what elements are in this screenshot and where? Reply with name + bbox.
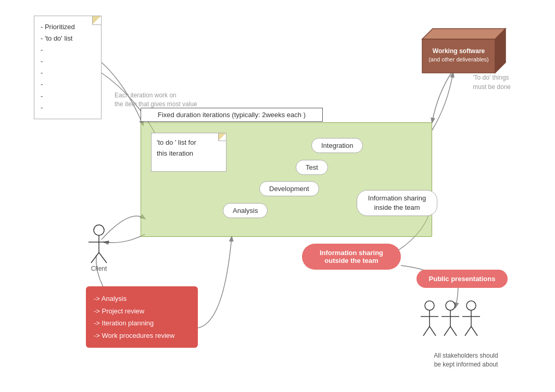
fixed-duration-label: Fixed duration iterations (typically: 2w… xyxy=(158,111,306,119)
svg-text:(and other deliverables): (and other deliverables) xyxy=(428,56,489,62)
priority-box: - Prioritized - 'to do' list - - - - - - xyxy=(34,16,102,119)
working-software-svg: Working software (and other deliverables… xyxy=(412,23,516,81)
svg-text:Client: Client xyxy=(91,265,107,271)
red-box-line1: -> Analysis xyxy=(94,293,190,305)
info-sharing-inside-pill: Information sharinginside the team xyxy=(357,190,437,216)
svg-line-20 xyxy=(450,326,457,336)
svg-line-8 xyxy=(91,252,99,263)
meetings-red-box: -> Analysis -> Project review -> Iterati… xyxy=(86,286,198,348)
svg-point-16 xyxy=(446,301,455,310)
svg-point-11 xyxy=(425,301,434,310)
fixed-duration-box: Fixed duration iterations (typically: 2w… xyxy=(141,108,323,122)
todo-must-done-label: 'To do' thingsmust be done xyxy=(473,73,511,92)
priority-line8: - xyxy=(41,104,43,111)
svg-point-5 xyxy=(94,225,104,235)
info-sharing-outside-pill: Information sharingoutside the team xyxy=(302,244,401,270)
client-stick-figure: Client xyxy=(83,224,115,271)
test-pill: Test xyxy=(296,160,328,175)
red-box-line2: -> Project review xyxy=(94,305,190,317)
development-pill: Development xyxy=(259,181,319,196)
red-box-line3: -> Iteration planning xyxy=(94,317,190,329)
priority-line1: - Prioritized xyxy=(41,23,75,31)
svg-line-19 xyxy=(444,326,450,336)
priority-line4: - xyxy=(41,57,43,65)
svg-line-14 xyxy=(423,326,430,336)
svg-line-15 xyxy=(430,326,436,336)
diagram-container: - Prioritized - 'to do' list - - - - - -… xyxy=(0,0,555,392)
public-presentations-pill: Public presentations xyxy=(417,270,508,288)
svg-line-25 xyxy=(471,326,477,336)
svg-line-9 xyxy=(99,252,107,263)
priority-line7: - xyxy=(41,92,43,100)
integration-pill: Integration xyxy=(311,138,363,153)
priority-line6: - xyxy=(41,80,43,88)
iteration-caption: Each iteration work onthe item that give… xyxy=(115,91,197,109)
svg-line-24 xyxy=(465,326,471,336)
iteration-todo-box: 'to do ' list forthis iteration xyxy=(151,133,226,172)
priority-line5: - xyxy=(41,69,43,77)
svg-point-21 xyxy=(466,301,476,310)
svg-text:Working software: Working software xyxy=(433,47,485,55)
priority-line3: - xyxy=(41,46,43,54)
red-box-line4: -> Work procedures review xyxy=(94,330,190,342)
priority-line2: - 'to do' list xyxy=(41,34,72,42)
analysis-pill: Analysis xyxy=(223,203,268,218)
stakeholder-stick-figures xyxy=(417,299,484,351)
svg-marker-1 xyxy=(422,29,506,39)
stakeholders-label: All stakeholders shouldbe kept informed … xyxy=(417,351,515,369)
